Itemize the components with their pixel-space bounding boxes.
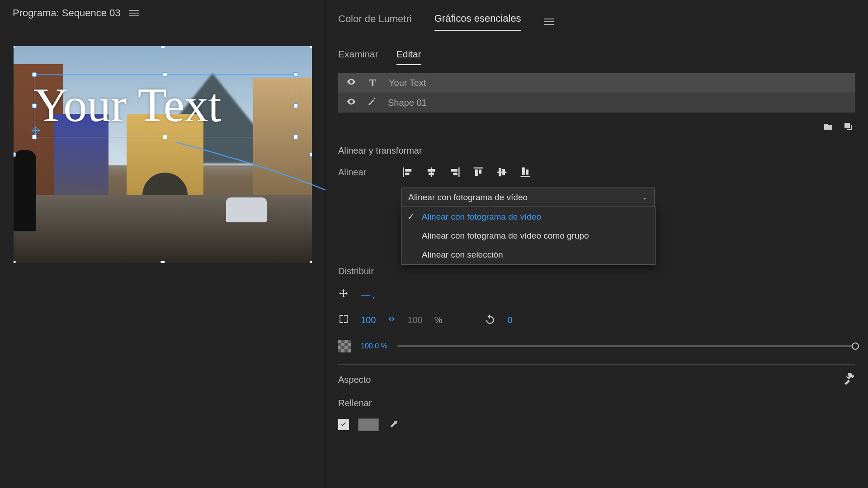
align-mode-menu: ✓ Alinear con fotograma de vídeo Alinear… (401, 206, 656, 265)
label-distribute: Distribuir (338, 266, 392, 277)
tab-lumetri[interactable]: Color de Lumetri (338, 13, 412, 30)
opacity-value[interactable]: 100,0 % (361, 342, 387, 350)
handle-br[interactable] (310, 261, 312, 263)
position-value[interactable]: — , (361, 290, 375, 300)
dropdown-selected-label: Alinear con fotograma de vídeo (408, 192, 528, 202)
program-viewport[interactable]: Your Text (14, 46, 312, 263)
program-title: Programa: Sequence 03 (13, 7, 121, 19)
layer-list: T Your Text Shape 01 (338, 73, 855, 113)
handle-br[interactable] (293, 135, 298, 139)
handle-mr[interactable] (310, 152, 312, 157)
handle-bl[interactable] (14, 261, 16, 263)
pen-type-icon (367, 97, 377, 109)
handle-bm[interactable] (163, 135, 167, 139)
link-icon[interactable] (387, 314, 396, 326)
scale-icon (338, 314, 349, 327)
slider-knob[interactable] (852, 343, 859, 350)
layer-name: Your Text (389, 78, 426, 88)
new-group-icon[interactable] (823, 121, 834, 134)
panel-menu-icon[interactable] (544, 19, 554, 25)
handle-tl[interactable] (32, 72, 37, 77)
handle-tr[interactable] (310, 46, 312, 48)
tab-essential-graphics[interactable]: Gráficos esenciales (434, 13, 521, 31)
layer-row-text[interactable]: T Your Text (338, 73, 855, 93)
scene-street (14, 195, 312, 263)
divider (338, 364, 855, 365)
fill-color-swatch[interactable] (358, 418, 379, 431)
check-icon: ✓ (406, 211, 415, 222)
align-option-frame-group[interactable]: Alinear con fotograma de vídeo como grup… (402, 226, 655, 245)
opacity-slider[interactable] (397, 345, 855, 347)
rotation-icon (484, 313, 496, 327)
align-left-icon[interactable] (401, 166, 415, 178)
scene-person (14, 150, 36, 231)
section-fill: Rellenar (338, 398, 855, 408)
align-top-icon[interactable] (471, 166, 486, 178)
layer-name: Shape 01 (388, 98, 427, 108)
essential-graphics-panel: Color de Lumetri Gráficos esenciales Exa… (326, 0, 868, 488)
align-option-frame[interactable]: ✓ Alinear con fotograma de vídeo (402, 207, 655, 226)
panel-menu-icon[interactable] (129, 10, 139, 16)
align-option-selection[interactable]: Alinear con selección (402, 245, 655, 264)
anchor-point-icon[interactable] (32, 127, 40, 135)
handle-bm[interactable] (160, 261, 165, 263)
chevron-down-icon (642, 194, 648, 201)
section-align-transform: Alinear y transformar (338, 145, 855, 156)
layer-row-shape[interactable]: Shape 01 (338, 93, 855, 113)
scene-car (226, 197, 267, 222)
program-monitor-panel: Programa: Sequence 03 Your Text (0, 0, 326, 488)
handle-mr[interactable] (293, 103, 298, 108)
handle-tm[interactable] (160, 46, 165, 48)
handle-tm[interactable] (163, 72, 167, 77)
subtab-browse[interactable]: Examinar (338, 49, 378, 65)
handle-tr[interactable] (293, 72, 298, 77)
align-bottom-icon[interactable] (518, 166, 533, 178)
handle-bl[interactable] (32, 135, 37, 139)
visibility-icon[interactable] (346, 97, 356, 109)
align-mode-dropdown[interactable]: Alinear con fotograma de vídeo ✓ Alinear… (401, 188, 655, 207)
handle-tl[interactable] (14, 46, 16, 48)
align-hcenter-icon[interactable] (424, 166, 439, 178)
align-right-icon[interactable] (448, 166, 462, 178)
section-aspect: Aspecto (338, 375, 371, 385)
wrench-icon[interactable] (844, 373, 855, 386)
label-align: Alinear (338, 167, 392, 178)
handle-ml[interactable] (32, 103, 37, 108)
text-type-icon: T (367, 77, 378, 89)
percent-label: % (434, 315, 443, 325)
new-layer-icon[interactable] (843, 121, 854, 134)
visibility-icon[interactable] (346, 77, 356, 89)
position-icon (338, 288, 349, 301)
opacity-icon (338, 340, 351, 352)
scale-linked-value: 100 (407, 315, 422, 325)
selection-box-text[interactable] (34, 74, 296, 137)
handle-ml[interactable] (14, 152, 16, 157)
fill-enabled-checkbox[interactable] (338, 419, 349, 430)
eyedropper-icon[interactable] (388, 419, 398, 431)
rotation-value[interactable]: 0 (508, 315, 513, 325)
scale-value[interactable]: 100 (361, 315, 376, 325)
subtab-edit[interactable]: Editar (396, 49, 421, 65)
align-vcenter-icon[interactable] (495, 166, 509, 178)
